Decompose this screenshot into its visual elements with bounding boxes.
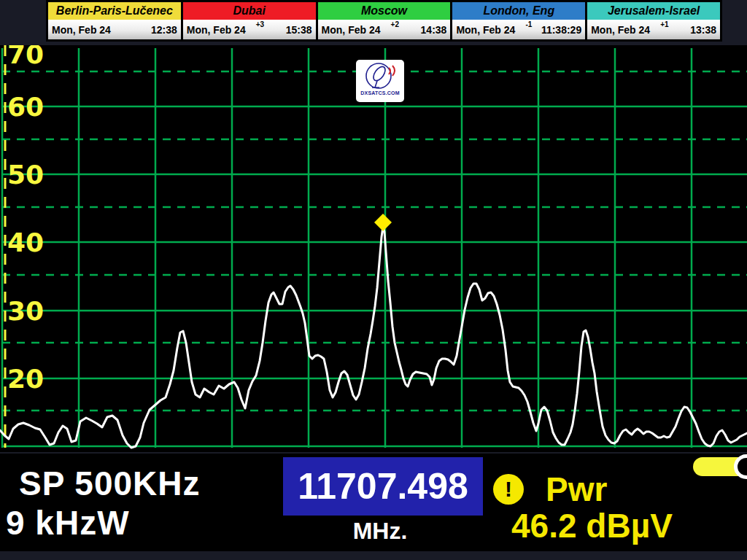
world-clock-bar: Berlin-Paris-Lučenec Mon, Feb 24 12:38 D… (46, 0, 722, 42)
city-utc-offset: +3 (256, 20, 264, 28)
city-name: London, Eng (452, 2, 585, 20)
dxsatcs-logo: DXSATCS.COM (356, 60, 404, 102)
clock-city-moscow: Moscow Mon, Feb 24 +2 14:38 (318, 2, 451, 39)
span-setting-label: SP 500KHz (19, 464, 201, 503)
rbw-setting-label: 9 kHzW (6, 503, 130, 542)
peak-marker-diamond[interactable] (374, 214, 392, 231)
power-label: Pwr (546, 470, 607, 509)
city-time: 13:38 (690, 24, 716, 36)
logo-text: DXSATCS.COM (360, 90, 399, 96)
frequency-readout: 11707.498 (283, 457, 483, 516)
clock-city-london: London, Eng Mon, Feb 24 -1 11:38:29 (452, 2, 585, 39)
y-axis-label: 70 (7, 45, 44, 69)
city-utc-offset: +2 (391, 20, 399, 28)
clock-city-berlin: Berlin-Paris-Lučenec Mon, Feb 24 12:38 (48, 2, 181, 39)
city-date: Mon, Feb 24 (52, 24, 111, 36)
y-axis-label: 40 (7, 228, 44, 257)
city-date: Mon, Feb 24 (456, 24, 515, 36)
y-axis-label: 20 (7, 364, 44, 394)
spectrum-display: 706050403020 DXSATCS.COM (0, 45, 747, 452)
city-utc-offset: -1 (525, 20, 532, 28)
spectrum-plot: 706050403020 (0, 45, 747, 452)
warning-icon: ! (493, 474, 524, 505)
city-name: Jerusalem-Israel (587, 2, 720, 20)
city-date: Mon, Feb 24 (187, 24, 246, 36)
meter-screen: Berlin-Paris-Lučenec Mon, Feb 24 12:38 D… (0, 0, 747, 560)
clock-city-dubai: Dubai Mon, Feb 24 +3 15:38 (183, 2, 316, 39)
city-time: 12:38 (151, 24, 177, 36)
power-toggle[interactable] (693, 457, 747, 476)
spectrum-trace (0, 227, 747, 448)
y-axis-label: 50 (7, 160, 44, 190)
city-utc-offset: +1 (660, 20, 668, 28)
frequency-unit-label: MHz. (311, 518, 449, 545)
city-time: 15:38 (286, 24, 312, 36)
city-time: 14:38 (421, 24, 447, 36)
power-value: 46.2 dBµV (511, 506, 673, 545)
city-time: 11:38:29 (541, 24, 581, 36)
city-name: Dubai (183, 2, 316, 20)
city-date: Mon, Feb 24 (591, 24, 650, 36)
toggle-track (693, 457, 738, 476)
city-name: Moscow (318, 2, 451, 20)
y-axis-label: 30 (7, 296, 44, 326)
y-axis-label: 60 (7, 92, 44, 122)
readout-panel: SP 500KHz 9 kHzW 11707.498 MHz. ! Pwr 46… (0, 454, 747, 551)
clock-city-jerusalem: Jerusalem-Israel Mon, Feb 24 +1 13:38 (587, 2, 720, 39)
satellite-dish-icon (360, 61, 400, 90)
city-date: Mon, Feb 24 (322, 24, 381, 36)
city-name: Berlin-Paris-Lučenec (48, 2, 181, 20)
